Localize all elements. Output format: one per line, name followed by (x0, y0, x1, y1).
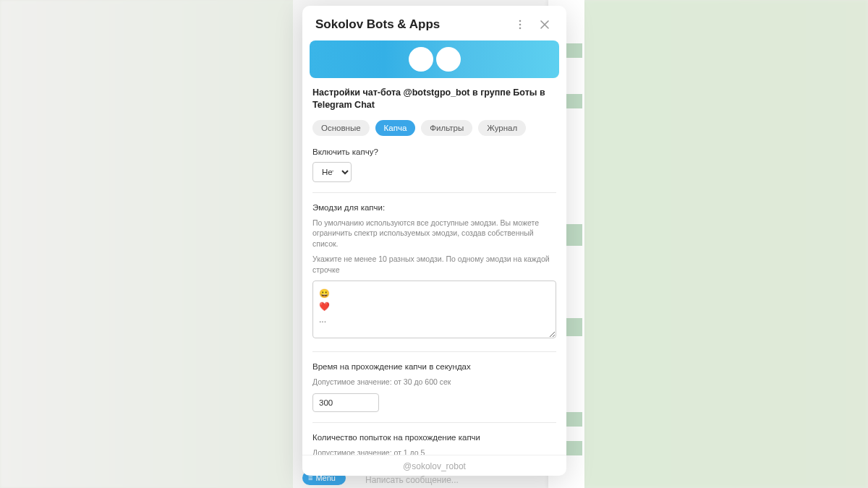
background-write-message: Написать сообщение... (365, 475, 459, 485)
svg-point-2 (519, 27, 522, 30)
svg-point-1 (519, 24, 522, 26)
attempts-hint: Допустимое значение: от 1 до 5 (312, 448, 556, 455)
tab-filters[interactable]: Фильтры (421, 120, 472, 136)
emoji-textarea[interactable] (312, 281, 556, 338)
section-emoji: Эмодзи для капчи: По умолчанию использую… (312, 203, 556, 352)
page-title: Настройки чат-бота @botstgpo_bot в групп… (312, 87, 556, 111)
more-button[interactable] (511, 16, 529, 33)
banner-avatar (409, 47, 433, 72)
close-button[interactable] (536, 16, 553, 33)
emoji-label: Эмодзи для капчи: (312, 203, 556, 212)
settings-modal: Sokolov Bots & Apps Настройки чат-бота @… (302, 6, 566, 476)
emoji-hint-2: Укажите не менее 10 разных эмодзи. По од… (312, 254, 556, 275)
section-attempts: Количество попыток на прохождение капчи … (312, 433, 556, 455)
section-enable-captcha: Включить капчу? Нет (312, 147, 556, 193)
svg-point-0 (519, 20, 522, 22)
time-input[interactable] (312, 393, 379, 412)
modal-title: Sokolov Bots & Apps (315, 17, 504, 32)
content: Настройки чат-бота @botstgpo_bot в групп… (302, 78, 566, 455)
banner-avatar (436, 47, 461, 72)
tabs: Основные Капча Фильтры Журнал (312, 120, 556, 136)
tab-main[interactable]: Основные (312, 120, 370, 136)
footer-handle: @sokolov_robot (403, 461, 466, 471)
time-label: Время на прохождение капчи в секундах (312, 362, 556, 371)
enable-captcha-select[interactable]: Нет (312, 162, 352, 182)
attempts-label: Количество попыток на прохождение капчи (312, 433, 556, 442)
banner (310, 40, 559, 78)
enable-captcha-label: Включить капчу? (312, 147, 556, 156)
modal-body[interactable]: Настройки чат-бота @botstgpo_bot в групп… (302, 40, 566, 455)
time-hint: Допустимое значение: от 30 до 600 сек (312, 377, 556, 388)
section-time: Время на прохождение капчи в секундах До… (312, 362, 556, 423)
modal-footer: @sokolov_robot (302, 455, 566, 476)
modal-header: Sokolov Bots & Apps (302, 6, 566, 40)
emoji-hint-1: По умолчанию используются все доступные … (312, 218, 556, 249)
tab-captcha[interactable]: Капча (375, 120, 416, 136)
close-icon (539, 19, 550, 30)
tab-journal[interactable]: Журнал (478, 120, 526, 136)
more-vertical-icon (514, 19, 526, 30)
